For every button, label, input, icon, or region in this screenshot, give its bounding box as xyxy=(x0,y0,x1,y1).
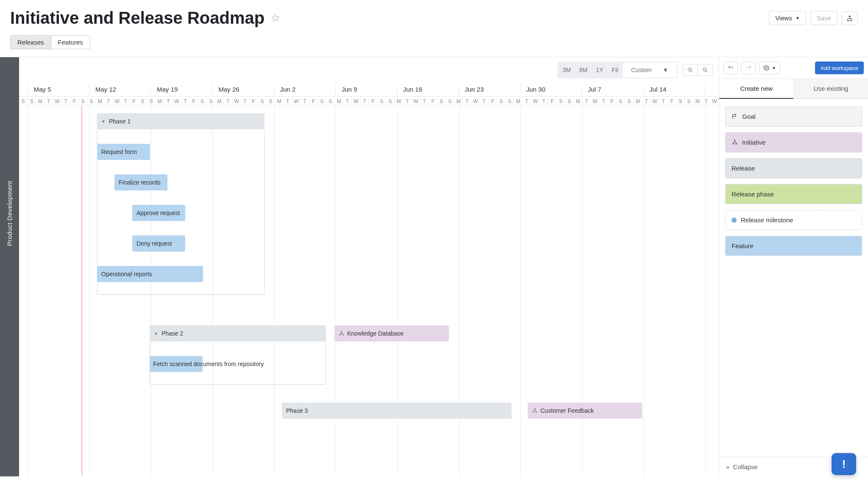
tab-releases[interactable]: Releases xyxy=(10,35,51,49)
day-letter: S xyxy=(676,97,685,105)
fetch-docs-bar[interactable]: Fetch scanned documents from repository xyxy=(150,356,203,372)
svg-point-3 xyxy=(341,331,342,332)
gridline xyxy=(582,106,582,476)
week-header: Jun 23 xyxy=(459,84,520,96)
zoom-out-icon[interactable] xyxy=(698,64,712,76)
phase-1-bar[interactable]: ▼ Phase 1 xyxy=(97,113,264,129)
gridline xyxy=(459,106,459,476)
favorite-star-icon[interactable]: ☆ xyxy=(270,11,280,25)
gear-icon xyxy=(763,65,769,71)
svg-point-11 xyxy=(733,143,734,144)
day-letter: S xyxy=(617,97,625,105)
bar-label: Customer Feedback xyxy=(540,407,594,414)
day-letter: S xyxy=(378,97,386,105)
card-release-phase[interactable]: Release phase xyxy=(725,184,862,204)
day-letter: M xyxy=(215,97,224,105)
svg-point-12 xyxy=(736,143,737,144)
zoom-fit[interactable]: Fit xyxy=(607,64,623,76)
day-letter: W xyxy=(412,97,420,105)
today-line xyxy=(81,106,82,476)
zoom-custom[interactable]: Custom ▼ xyxy=(623,62,677,78)
day-letter: S xyxy=(267,97,275,105)
tab-features[interactable]: Features xyxy=(51,35,90,49)
day-letter: F xyxy=(369,97,378,105)
zoom-1y[interactable]: 1Y xyxy=(592,64,607,76)
zoom-3m[interactable]: 3M xyxy=(558,64,575,76)
flag-icon xyxy=(732,113,738,120)
zoom-custom-label: Custom xyxy=(627,64,656,76)
approve-request-bar[interactable]: Approve request xyxy=(132,205,185,221)
chevron-down-icon: ▼ xyxy=(658,64,673,76)
day-letter: F xyxy=(668,97,676,105)
bar-label: Approve request xyxy=(136,210,180,216)
gridline xyxy=(336,106,336,476)
day-letter: T xyxy=(403,97,412,105)
day-letter: W xyxy=(292,97,301,105)
day-letter: M xyxy=(514,97,523,105)
settings-button[interactable]: ▼ xyxy=(759,62,780,74)
card-initiative[interactable]: Initiative xyxy=(725,132,862,152)
card-feature[interactable]: Feature xyxy=(725,236,862,256)
card-goal[interactable]: Goal xyxy=(725,106,862,126)
day-letter: S xyxy=(147,97,156,105)
zoom-in-icon[interactable] xyxy=(683,64,698,76)
day-letter: M xyxy=(335,97,343,105)
week-header: May 19 xyxy=(151,84,212,96)
views-button[interactable]: Views ▼ xyxy=(769,11,806,25)
day-letter: S xyxy=(326,97,335,105)
day-letter: T xyxy=(540,97,548,105)
week-header: Jun 9 xyxy=(336,84,397,96)
deny-request-bar[interactable]: Deny request xyxy=(132,235,185,252)
undo-button[interactable] xyxy=(723,62,738,74)
gridline xyxy=(274,106,275,476)
tab-create-new[interactable]: Create new xyxy=(719,79,793,99)
phase-2-bar[interactable]: ▼ Phase 2 xyxy=(150,325,326,341)
feedback-fab[interactable]: ! xyxy=(832,453,856,475)
redo-button[interactable] xyxy=(741,62,756,74)
phase-3-label: Phase 3 xyxy=(286,407,308,414)
day-letter: W xyxy=(53,97,62,105)
phase-3-bar[interactable]: Phase 3 xyxy=(282,403,512,419)
card-label: Release milestone xyxy=(741,216,793,224)
day-letter: W xyxy=(651,97,659,105)
add-workspace-button[interactable]: Add workspace xyxy=(815,62,864,74)
undo-icon xyxy=(728,65,734,71)
milestone-dot-icon xyxy=(732,218,737,223)
card-release-milestone[interactable]: Release milestone xyxy=(725,210,862,230)
day-letter: T xyxy=(361,97,369,105)
svg-point-7 xyxy=(533,411,534,412)
day-letter: T xyxy=(301,97,309,105)
chevron-down-icon: ▼ xyxy=(772,66,776,70)
day-letter: T xyxy=(181,97,190,105)
day-letter: T xyxy=(642,97,651,105)
operational-reports-bar[interactable]: Operational reports xyxy=(97,266,203,282)
day-letter: T xyxy=(343,97,352,105)
zoom-6m[interactable]: 6M xyxy=(575,64,592,76)
day-letter: S xyxy=(497,97,506,105)
svg-rect-0 xyxy=(848,19,852,21)
customer-feedback-bar[interactable]: Customer Feedback xyxy=(528,403,642,419)
group-strip[interactable]: Product Development xyxy=(0,57,19,476)
initiative-icon xyxy=(532,408,538,414)
request-form-bar[interactable]: Request form xyxy=(97,144,150,160)
day-letter: S xyxy=(19,97,28,105)
save-button[interactable]: Save xyxy=(810,11,837,25)
finalize-records-bar[interactable]: Finalize records xyxy=(114,174,167,190)
tab-use-existing[interactable]: Use existing xyxy=(793,79,868,99)
knowledge-database-bar[interactable]: Knowledge Database xyxy=(334,325,449,341)
svg-point-5 xyxy=(342,334,343,335)
day-letter: M xyxy=(693,97,702,105)
day-letter: T xyxy=(224,97,232,105)
card-release[interactable]: Release xyxy=(725,158,862,178)
zoom-range-segment: 3M 6M 1Y Fit Custom ▼ xyxy=(557,62,678,78)
gridline xyxy=(28,106,28,476)
week-header: Jun 16 xyxy=(397,84,459,96)
day-letter: S xyxy=(557,97,565,105)
add-workspace-label: Add workspace xyxy=(821,65,858,71)
views-label: Views xyxy=(775,14,792,22)
svg-point-4 xyxy=(339,334,340,335)
bar-label: Operational reports xyxy=(101,271,152,277)
day-letter: W xyxy=(113,97,122,105)
redo-icon xyxy=(746,65,751,71)
share-button[interactable] xyxy=(842,11,858,25)
